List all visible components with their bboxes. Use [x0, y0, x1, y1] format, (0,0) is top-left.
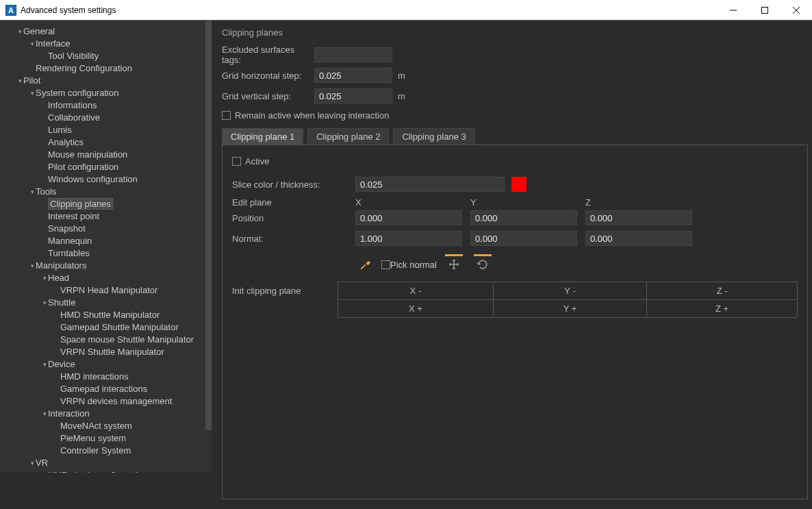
- remain-active-checkbox[interactable]: [222, 111, 231, 120]
- eyedropper-icon[interactable]: [355, 254, 376, 275]
- tree-item[interactable]: ▾Pilot: [0, 74, 212, 86]
- tree-item[interactable]: VRPN Head Manipulator: [0, 284, 212, 296]
- tree-item[interactable]: ▾Shuttle: [0, 296, 212, 308]
- minimize-button[interactable]: [718, 0, 749, 21]
- init-x-minus-button[interactable]: X -: [338, 282, 494, 300]
- tree-item[interactable]: VRPN devices management: [0, 395, 212, 407]
- tree-item[interactable]: Gamepad interactions: [0, 382, 212, 395]
- grid-vertical-label: Grid vertical step:: [222, 91, 314, 101]
- tree-item-label: System configuration: [36, 88, 118, 98]
- grid-horizontal-input[interactable]: [314, 68, 392, 83]
- tree-item[interactable]: VRPN Shuttle Manipulator: [0, 345, 212, 358]
- expander-icon[interactable]: ▾: [29, 186, 36, 198]
- tree-item[interactable]: Pilot configuration: [0, 160, 212, 173]
- tree-item-label: VR: [36, 458, 48, 468]
- tree-item[interactable]: Analytics: [0, 136, 212, 148]
- tree-item[interactable]: Interest point: [0, 210, 212, 222]
- active-checkbox[interactable]: [232, 157, 241, 166]
- tree-item[interactable]: ▾Head: [0, 271, 212, 284]
- tree-item[interactable]: ▾Device: [0, 358, 212, 370]
- grid-vertical-unit: m: [398, 91, 405, 101]
- tree-item[interactable]: Tool Visibility: [0, 49, 212, 62]
- clipping-plane-panel: Active Slice color / thickness: Edit pla…: [222, 145, 808, 499]
- normal-y-input[interactable]: [470, 231, 577, 246]
- expander-icon[interactable]: ▾: [41, 297, 48, 309]
- normal-z-input[interactable]: [585, 231, 692, 246]
- init-y-minus-button[interactable]: Y -: [493, 282, 646, 300]
- tree-item[interactable]: Lumis: [0, 123, 212, 136]
- tree-item[interactable]: Space mouse Shuttle Manipulator: [0, 333, 212, 345]
- expander-icon[interactable]: ▾: [41, 408, 48, 420]
- tree-item[interactable]: Gamepad Shuttle Manipulator: [0, 321, 212, 333]
- expander-icon[interactable]: ▾: [29, 87, 36, 99]
- init-z-plus-button[interactable]: Z +: [647, 300, 798, 318]
- slice-thickness-input[interactable]: [355, 177, 505, 192]
- pick-normal-checkbox[interactable]: [381, 260, 390, 269]
- pick-normal-label: Pick normal: [390, 260, 437, 270]
- expander-icon[interactable]: ▾: [41, 358, 48, 371]
- tab-clipping-plane-1[interactable]: Clipping plane 1: [222, 128, 303, 145]
- sidebar: ▾General▾InterfaceTool VisibilityRenderi…: [0, 21, 212, 473]
- expander-icon[interactable]: ▾: [41, 272, 48, 284]
- expander-icon[interactable]: ▾: [16, 25, 23, 38]
- sidebar-scrollbar-thumb[interactable]: [205, 21, 212, 430]
- tree-item[interactable]: HMD Shuttle Manipulator: [0, 308, 212, 321]
- expander-icon[interactable]: ▾: [16, 75, 23, 87]
- tree-item[interactable]: ▾General: [0, 25, 212, 37]
- tree-item-label: Interface: [36, 38, 71, 49]
- init-clipping-label: Init clipping plane: [232, 282, 338, 318]
- expander-icon[interactable]: ▾: [29, 38, 36, 50]
- tree-item[interactable]: Controller System: [0, 444, 212, 456]
- tree-item-label: Gamepad Shuttle Manipulator: [60, 322, 179, 332]
- tree-item-label: Gamepad interactions: [60, 384, 147, 394]
- sidebar-scrollbar[interactable]: [205, 21, 212, 473]
- expander-icon[interactable]: ▾: [29, 457, 36, 469]
- expander-icon[interactable]: ▾: [29, 260, 36, 272]
- tree-item-label: Snapshot: [48, 223, 86, 234]
- tree-item[interactable]: Mouse manipulation: [0, 148, 212, 160]
- tree-item[interactable]: PieMenu system: [0, 432, 212, 444]
- tree-item[interactable]: ▾Interaction: [0, 407, 212, 419]
- tree-item[interactable]: ▾Interface: [0, 37, 212, 49]
- tree-item[interactable]: MoveNAct system: [0, 419, 212, 432]
- tab-clipping-plane-3[interactable]: Clipping plane 3: [393, 128, 474, 145]
- reset-icon[interactable]: [472, 254, 493, 275]
- tree-item[interactable]: Collaborative: [0, 111, 212, 123]
- tree-item-label: Pilot configuration: [48, 162, 118, 172]
- column-z: Z: [585, 197, 700, 208]
- tree-item-label: Head: [48, 273, 69, 283]
- grid-horizontal-unit: m: [398, 71, 405, 81]
- init-z-minus-button[interactable]: Z -: [647, 282, 798, 300]
- tree-item[interactable]: Clipping planes: [0, 197, 212, 210]
- tree-item[interactable]: ▾System configuration: [0, 86, 212, 99]
- tree-item[interactable]: Rendering Configuration: [0, 62, 212, 74]
- position-y-input[interactable]: [470, 210, 577, 225]
- tree-item[interactable]: Mannequin: [0, 234, 212, 247]
- tree-item[interactable]: ▾Manipulators: [0, 259, 212, 271]
- maximize-button[interactable]: [749, 0, 781, 21]
- position-z-input[interactable]: [585, 210, 692, 225]
- close-button[interactable]: [781, 0, 812, 21]
- grid-vertical-input[interactable]: [314, 88, 392, 103]
- tree-item[interactable]: Informations: [0, 99, 212, 111]
- tab-clipping-plane-2[interactable]: Clipping plane 2: [307, 128, 389, 145]
- grid-horizontal-label: Grid horizontal step:: [222, 71, 314, 81]
- init-y-plus-button[interactable]: Y +: [493, 300, 646, 318]
- excluded-surfaces-input[interactable]: [314, 47, 392, 62]
- column-y: Y: [470, 197, 585, 208]
- tree-item[interactable]: Turntables: [0, 247, 212, 259]
- tree-item[interactable]: Windows configuration: [0, 173, 212, 185]
- tree-item-label: MoveNAct system: [60, 421, 132, 431]
- slice-color-swatch[interactable]: [511, 177, 526, 192]
- tree-item[interactable]: ▾VR: [0, 456, 212, 469]
- position-x-input[interactable]: [355, 210, 462, 225]
- edit-plane-label: Edit plane: [232, 197, 355, 208]
- settings-tree[interactable]: ▾General▾InterfaceTool VisibilityRenderi…: [0, 21, 212, 473]
- tree-item[interactable]: Snapshot: [0, 222, 212, 234]
- normal-x-input[interactable]: [355, 231, 462, 246]
- init-x-plus-button[interactable]: X +: [338, 300, 494, 318]
- tree-item[interactable]: HMD interactions: [0, 370, 212, 382]
- tree-item[interactable]: ▾Tools: [0, 185, 212, 197]
- move-icon[interactable]: [444, 254, 464, 275]
- tree-item-label: Informations: [48, 100, 97, 110]
